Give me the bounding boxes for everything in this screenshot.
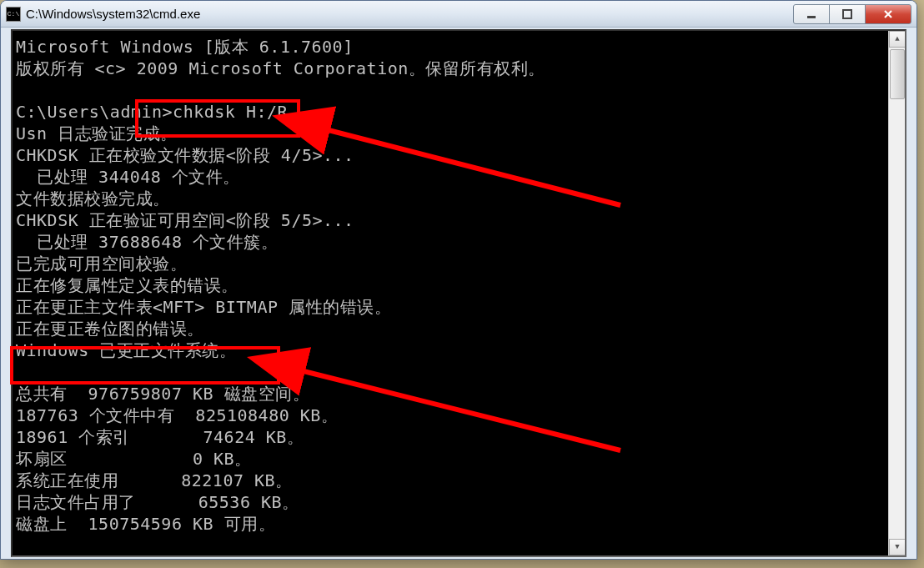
scroll-up-button[interactable]: ▲ xyxy=(889,31,906,48)
cmd-icon: C:\ xyxy=(6,7,21,22)
vertical-scrollbar[interactable]: ▲ ▼ xyxy=(888,31,905,555)
cmd-window: C:\ C:\Windows\system32\cmd.exe Microsof… xyxy=(0,0,917,560)
maximize-button[interactable] xyxy=(829,4,866,24)
console-area[interactable]: Microsoft Windows [版本 6.1.7600] 版权所有 <c>… xyxy=(11,29,906,557)
window-title: C:\Windows\system32\cmd.exe xyxy=(26,7,794,21)
scroll-down-button[interactable]: ▼ xyxy=(889,539,906,555)
close-button[interactable] xyxy=(865,4,911,24)
console-output: Microsoft Windows [版本 6.1.7600] 版权所有 <c>… xyxy=(13,31,905,540)
titlebar[interactable]: C:\ C:\Windows\system32\cmd.exe xyxy=(1,1,916,28)
window-controls xyxy=(794,4,911,24)
minimize-button[interactable] xyxy=(793,4,830,24)
scroll-thumb[interactable] xyxy=(890,49,905,99)
svg-rect-0 xyxy=(807,16,816,18)
svg-rect-1 xyxy=(843,10,851,18)
